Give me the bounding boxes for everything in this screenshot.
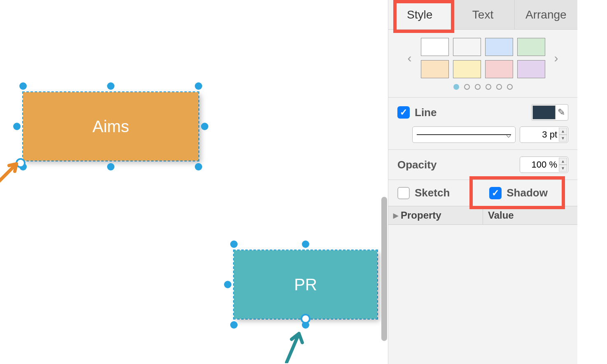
- shape-aims-label: Aims: [93, 117, 129, 136]
- opacity-input[interactable]: 100 % ▲ ▼: [520, 156, 568, 173]
- color-swatch[interactable]: [421, 60, 449, 78]
- page-dot[interactable]: [453, 84, 459, 90]
- line-style-select[interactable]: [412, 126, 516, 143]
- value-column-header[interactable]: Value: [483, 206, 577, 224]
- step-up-icon[interactable]: ▲: [559, 128, 567, 135]
- color-swatch[interactable]: [421, 38, 449, 56]
- opacity-value: 100 %: [532, 159, 557, 170]
- shadow-checkbox[interactable]: [489, 187, 502, 199]
- rotation-handle[interactable]: [301, 314, 311, 324]
- line-color-chip[interactable]: [532, 105, 556, 119]
- color-swatch[interactable]: [453, 38, 481, 56]
- swatch-page-dots: [388, 80, 577, 97]
- color-swatch[interactable]: [485, 38, 513, 56]
- property-table-header: ▸Property Value: [388, 206, 577, 225]
- property-column-header[interactable]: ▸Property: [388, 206, 483, 224]
- color-swatch-grid: [421, 38, 545, 78]
- page-dot[interactable]: [486, 84, 491, 90]
- opacity-label: Opacity: [397, 159, 437, 171]
- format-panel: Style Text Arrange ‹ › Line: [388, 0, 577, 364]
- page-dot[interactable]: [464, 84, 470, 90]
- callout-arrow-orange: [0, 160, 22, 183]
- disclosure-triangle-icon[interactable]: ▸: [393, 210, 398, 221]
- shape-pr-label: PR: [294, 275, 317, 294]
- swatch-prev-icon[interactable]: ‹: [404, 51, 416, 65]
- page-dot[interactable]: [507, 84, 513, 90]
- line-preview: [417, 134, 511, 135]
- step-down-icon[interactable]: ▼: [559, 135, 567, 142]
- tab-style[interactable]: Style: [388, 0, 451, 29]
- line-checkbox[interactable]: [397, 106, 410, 119]
- sketch-checkbox[interactable]: [397, 187, 410, 199]
- color-swatch[interactable]: [517, 60, 545, 78]
- tab-arrange[interactable]: Arrange: [515, 0, 577, 29]
- callout-arrow-teal: [282, 330, 307, 363]
- step-up-icon[interactable]: ▲: [559, 158, 567, 165]
- line-label: Line: [415, 106, 437, 119]
- step-down-icon[interactable]: ▼: [559, 165, 567, 172]
- shape-pr-selection[interactable]: PR: [233, 250, 378, 320]
- swatch-next-icon[interactable]: ›: [550, 51, 563, 65]
- color-swatch[interactable]: [453, 60, 481, 78]
- eyedropper-icon[interactable]: ✎: [556, 107, 567, 118]
- page-dot[interactable]: [475, 84, 481, 90]
- color-swatch[interactable]: [517, 38, 545, 56]
- shape-aims-selection[interactable]: Aims: [22, 91, 199, 161]
- line-width-input[interactable]: 3 pt ▲ ▼: [520, 126, 568, 143]
- color-swatch[interactable]: [485, 60, 513, 78]
- tab-text[interactable]: Text: [451, 0, 514, 29]
- shadow-label: Shadow: [507, 187, 548, 199]
- vertical-scrollbar[interactable]: [381, 197, 387, 341]
- shape-aims[interactable]: Aims: [23, 92, 198, 161]
- page-dot[interactable]: [496, 84, 502, 90]
- line-width-value: 3 pt: [542, 129, 557, 140]
- panel-tabs: Style Text Arrange: [388, 0, 577, 30]
- shape-pr[interactable]: PR: [234, 250, 377, 319]
- sketch-label: Sketch: [415, 187, 450, 199]
- canvas[interactable]: Aims PR: [0, 0, 388, 364]
